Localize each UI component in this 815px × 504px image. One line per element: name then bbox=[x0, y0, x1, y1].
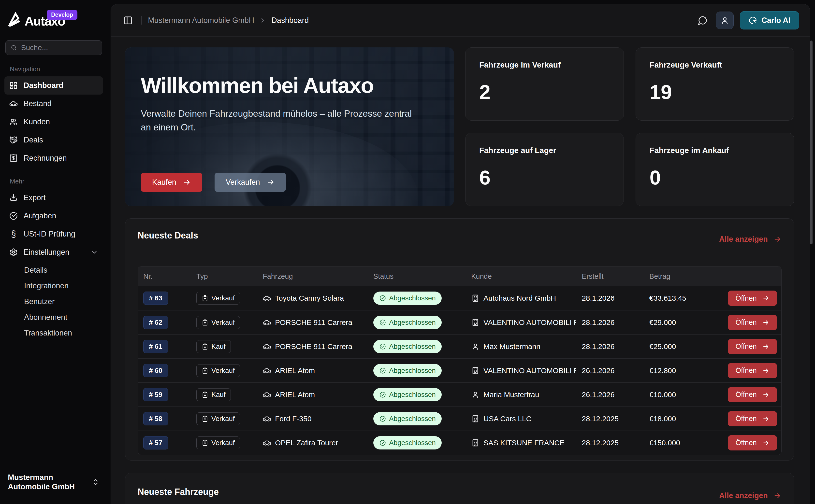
deal-amount: €18.000 bbox=[649, 415, 676, 423]
sidebar-toggle-button[interactable] bbox=[121, 14, 135, 27]
stat-card-auf-lager: Fahrzeuge auf Lager 6 bbox=[465, 133, 624, 206]
arrow-right-icon bbox=[762, 294, 770, 302]
deal-vehicle: ARIEL Atom bbox=[275, 366, 315, 375]
sidebar-item-einstellungen[interactable]: Einstellungen bbox=[4, 243, 103, 261]
check-circle-icon bbox=[379, 319, 386, 326]
arrow-right-icon bbox=[773, 491, 782, 500]
deal-created: 26.1.2026 bbox=[582, 391, 615, 399]
clipboard-arrow-down-icon bbox=[201, 343, 208, 350]
open-deal-button[interactable]: Öffnen bbox=[728, 315, 777, 330]
main-panel: Mustermann Automobile GmbH Dashboard Car… bbox=[111, 4, 810, 504]
building-icon bbox=[471, 294, 480, 302]
chat-button[interactable] bbox=[696, 14, 710, 27]
panel-left-icon bbox=[123, 16, 133, 25]
clipboard-arrow-up-icon bbox=[201, 319, 208, 326]
open-deal-button[interactable]: Öffnen bbox=[728, 363, 777, 378]
sidebar-search[interactable] bbox=[5, 40, 102, 55]
autaxo-logo-icon bbox=[8, 12, 24, 27]
deals-view-all-link[interactable]: Alle anzeigen bbox=[719, 235, 782, 244]
stat-card-im-verkauf: Fahrzeuge im Verkauf 2 bbox=[465, 47, 624, 121]
deal-row[interactable]: # 60 Verkauf ARIEL Atom Abgeschlossen VA… bbox=[138, 358, 781, 382]
deal-number-badge: # 58 bbox=[143, 412, 168, 425]
deals-table: Nr. Typ Fahrzeug Status Kunde Erstellt B… bbox=[138, 266, 782, 455]
sidebar-item-export[interactable]: Export bbox=[4, 189, 103, 207]
car-icon bbox=[263, 415, 271, 423]
deal-row[interactable]: # 57 Verkauf OPEL Zafira Tourer Abgeschl… bbox=[138, 431, 781, 455]
helmet-icon bbox=[749, 16, 757, 25]
sidebar-item-aufgaben[interactable]: Aufgaben bbox=[4, 207, 103, 225]
sidebar-item-dashboard[interactable]: Dashboard bbox=[4, 76, 103, 95]
message-circle-icon bbox=[698, 15, 708, 25]
check-circle-icon bbox=[379, 415, 386, 422]
stat-label: Fahrzeuge auf Lager bbox=[479, 146, 610, 155]
receipt-icon bbox=[9, 154, 18, 162]
deal-vehicle: ARIEL Atom bbox=[275, 391, 315, 399]
verkaufen-button[interactable]: Verkaufen bbox=[214, 173, 286, 192]
carlo-ai-button[interactable]: Carlo AI bbox=[740, 11, 799, 29]
user-icon bbox=[721, 16, 729, 25]
sidebar-item-deals[interactable]: Deals bbox=[4, 131, 103, 149]
vehicles-title: Neueste Fahrzeuge bbox=[138, 487, 219, 497]
arrow-right-icon bbox=[266, 178, 275, 186]
open-deal-button[interactable]: Öffnen bbox=[728, 339, 777, 354]
deal-row[interactable]: # 63 Verkauf Toyota Camry Solara Abgesch… bbox=[138, 286, 781, 310]
arrow-right-icon bbox=[762, 439, 770, 447]
user-menu-button[interactable] bbox=[716, 12, 734, 29]
check-circle-icon bbox=[379, 295, 386, 302]
sidebar-subitem-details[interactable]: Details bbox=[24, 262, 103, 278]
stat-label: Fahrzeuge im Verkauf bbox=[479, 60, 610, 70]
dashboard-content: Willkommen bei Autaxo Verwalte Deinen Fa… bbox=[111, 37, 810, 504]
clipboard-arrow-up-icon bbox=[201, 367, 208, 374]
car-icon bbox=[263, 391, 271, 399]
stat-label: Fahrzeuge Verkauft bbox=[650, 60, 780, 70]
sidebar-subitem-abonnement[interactable]: Abonnement bbox=[24, 309, 103, 325]
deal-number-badge: # 60 bbox=[143, 364, 168, 377]
status-badge: Abgeschlossen bbox=[373, 436, 442, 449]
deal-created: 28.12.2025 bbox=[582, 439, 619, 447]
logo-row: Autaxo Develop bbox=[4, 7, 103, 34]
deal-customer: Maria Musterfrau bbox=[484, 391, 539, 399]
open-deal-button[interactable]: Öffnen bbox=[728, 387, 777, 402]
deal-type-badge: Verkauf bbox=[196, 316, 240, 329]
search-icon bbox=[11, 44, 17, 51]
deal-vehicle: OPEL Zafira Tourer bbox=[275, 439, 338, 447]
org-switcher[interactable]: Mustermann Automobile GmbH bbox=[4, 470, 103, 494]
clipboard-arrow-up-icon bbox=[201, 415, 208, 422]
deal-row[interactable]: # 59 Kauf ARIEL Atom Abgeschlossen Maria… bbox=[138, 382, 781, 406]
paragraph-icon: § bbox=[9, 230, 18, 238]
open-deal-button[interactable]: Öffnen bbox=[728, 411, 777, 426]
building-icon bbox=[471, 318, 480, 327]
car-icon bbox=[263, 366, 271, 375]
deal-number-badge: # 59 bbox=[143, 388, 168, 401]
deal-number-badge: # 63 bbox=[143, 292, 168, 305]
org-name: Mustermann Automobile GmbH bbox=[8, 473, 82, 492]
deal-row[interactable]: # 62 Verkauf PORSCHE 911 Carrera Abgesch… bbox=[138, 310, 781, 334]
deal-row[interactable]: # 61 Kauf PORSCHE 911 Carrera Abgeschlos… bbox=[138, 334, 781, 358]
neueste-fahrzeuge-card: Neueste Fahrzeuge Alle anzeigen bbox=[125, 473, 794, 504]
search-input[interactable] bbox=[21, 43, 97, 52]
sidebar-item-rechnungen[interactable]: Rechnungen bbox=[4, 149, 103, 167]
deal-number-badge: # 57 bbox=[143, 436, 168, 449]
stat-label: Fahrzeuge im Ankauf bbox=[650, 146, 780, 155]
status-badge: Abgeschlossen bbox=[373, 292, 442, 305]
sidebar-subitem-integrationen[interactable]: Integrationen bbox=[24, 278, 103, 294]
clipboard-arrow-up-icon bbox=[201, 295, 208, 302]
open-deal-button[interactable]: Öffnen bbox=[728, 435, 777, 450]
scrollbar-thumb[interactable] bbox=[810, 41, 813, 244]
open-deal-button[interactable]: Öffnen bbox=[728, 291, 777, 306]
breadcrumb-org[interactable]: Mustermann Automobile GmbH bbox=[148, 16, 254, 25]
dashboard-icon bbox=[9, 81, 18, 90]
sidebar-item-kunden[interactable]: Kunden bbox=[4, 113, 103, 131]
deal-vehicle: Ford F-350 bbox=[275, 415, 311, 423]
sidebar-item-bestand[interactable]: Bestand bbox=[4, 95, 103, 113]
deal-created: 28.1.2026 bbox=[582, 342, 615, 351]
vehicles-view-all-link[interactable]: Alle anzeigen bbox=[719, 491, 782, 500]
deal-amount: €10.000 bbox=[649, 391, 676, 399]
sidebar-subitem-benutzer[interactable]: Benutzer bbox=[24, 294, 103, 309]
sidebar-item-ustid[interactable]: § USt-ID Prüfung bbox=[4, 225, 103, 243]
sidebar-subitem-transaktionen[interactable]: Transaktionen bbox=[24, 325, 103, 341]
deal-row[interactable]: # 58 Verkauf Ford F-350 Abgeschlossen US… bbox=[138, 406, 781, 431]
kaufen-button[interactable]: Kaufen bbox=[141, 173, 202, 192]
stats-grid: Fahrzeuge im Verkauf 2 Fahrzeuge Verkauf… bbox=[465, 47, 794, 206]
chevron-down-icon bbox=[91, 249, 98, 256]
